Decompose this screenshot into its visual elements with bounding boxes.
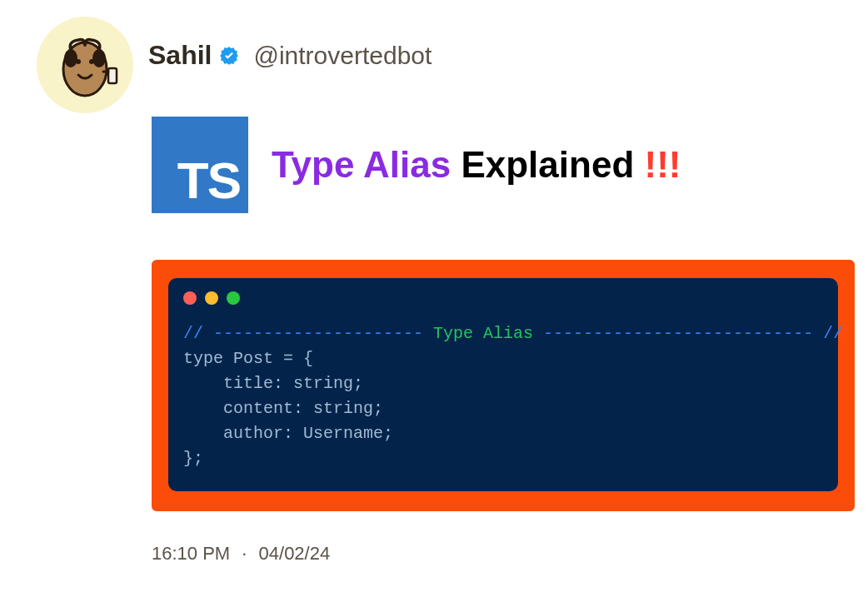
title-type-alias: Type Alias	[272, 144, 451, 185]
handle[interactable]: @introvertedbot	[253, 42, 432, 70]
name-row: Sahil @introvertedbot	[148, 40, 432, 71]
avatar-potato-icon	[43, 23, 127, 107]
post-title: Type Alias Explained !!!	[272, 145, 681, 185]
avatar[interactable]	[37, 17, 133, 113]
code-line: };	[183, 446, 823, 471]
code-banner: // --------------------- Type Alias ----…	[183, 321, 823, 346]
code-line: content: string;	[183, 396, 823, 421]
post-header: Sahil @introvertedbot	[37, 17, 836, 113]
typescript-logo-icon: TS	[152, 117, 248, 213]
code-editor: // --------------------- Type Alias ----…	[168, 278, 838, 491]
title-row: TS Type Alias Explained !!!	[152, 117, 836, 213]
maximize-icon[interactable]	[227, 291, 240, 305]
verified-badge-icon	[218, 45, 240, 67]
title-explained: Explained	[461, 144, 634, 185]
window-controls	[183, 291, 823, 305]
title-exclaim: !!!	[645, 144, 681, 185]
code-line: type Post = {	[183, 346, 823, 371]
svg-point-4	[92, 49, 106, 67]
social-post: Sahil @introvertedbot TS Type Alias Expl…	[37, 17, 836, 565]
code-line: author: Username;	[183, 421, 823, 446]
svg-rect-5	[108, 68, 117, 83]
post-date: 04/02/24	[259, 543, 331, 564]
display-name[interactable]: Sahil	[148, 40, 212, 71]
post-content: TS Type Alias Explained !!! // ---------…	[152, 117, 836, 565]
minimize-icon[interactable]	[205, 291, 218, 305]
separator: ·	[242, 543, 247, 564]
svg-point-3	[64, 49, 77, 67]
code-line: title: string;	[183, 371, 823, 396]
code-card: // --------------------- Type Alias ----…	[152, 260, 855, 511]
post-timestamp[interactable]: 16:10 PM · 04/02/24	[152, 543, 836, 565]
close-icon[interactable]	[183, 291, 197, 305]
post-time: 16:10 PM	[152, 543, 230, 564]
